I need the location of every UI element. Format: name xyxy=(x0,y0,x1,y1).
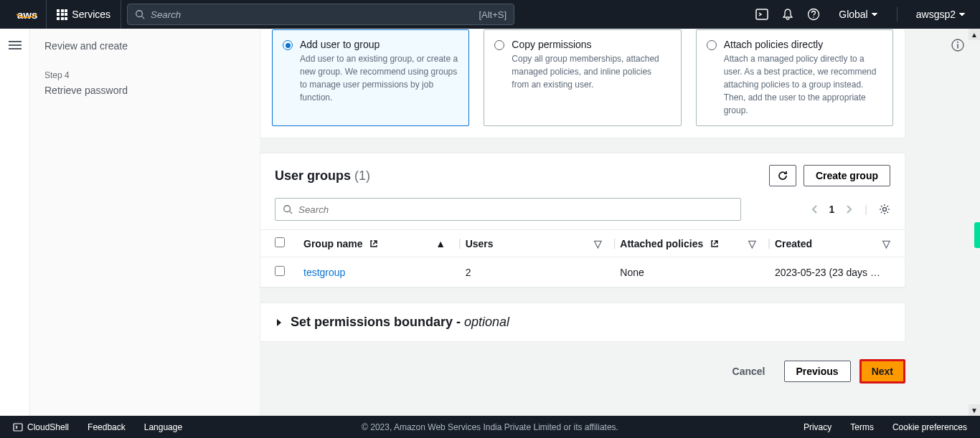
hamburger-icon[interactable] xyxy=(9,39,22,416)
search-icon xyxy=(283,204,293,214)
svg-point-4 xyxy=(813,16,814,18)
col-users[interactable]: Users ▽ xyxy=(466,237,609,249)
option-add-to-group[interactable]: Add user to group Add user to an existin… xyxy=(272,29,469,126)
dropdown-icon: ▽ xyxy=(748,238,756,249)
wizard-nav: Cancel Previous Next xyxy=(260,359,905,384)
aws-logo[interactable]: aws xyxy=(9,9,46,21)
groups-table: Group name ▲ | Users ▽ | Attached polici… xyxy=(260,229,905,287)
option-title: Add user to group xyxy=(300,39,458,50)
wizard-sidebar: Review and create Step 4 Retrieve passwo… xyxy=(30,29,260,416)
terms-link[interactable]: Terms xyxy=(850,422,874,432)
scroll-down-indicator[interactable]: ▼ xyxy=(969,404,980,416)
next-button[interactable]: Next xyxy=(859,359,905,384)
scroll-up-indicator[interactable]: ▲ xyxy=(969,29,980,40)
cell-users: 2 xyxy=(466,266,609,278)
sort-asc-icon: ▲ xyxy=(435,238,446,249)
option-desc: Attach a managed policy directly to a us… xyxy=(724,52,882,117)
global-search[interactable]: [Alt+S] xyxy=(127,4,514,25)
feedback-link[interactable]: Feedback xyxy=(88,422,126,432)
radio-icon xyxy=(283,40,293,50)
main-content: Add user to group Add user to an existin… xyxy=(260,29,913,416)
cell-policies: None xyxy=(620,266,763,278)
table-row: testgroup | 2 | None | 2023-05-23 (23 da… xyxy=(260,257,905,287)
radio-icon xyxy=(707,40,717,50)
grid-icon xyxy=(57,9,67,20)
external-link-icon xyxy=(369,239,378,248)
chevron-down-icon xyxy=(958,12,966,16)
svg-rect-10 xyxy=(957,44,958,49)
services-button[interactable]: Services xyxy=(46,0,121,29)
svg-line-6 xyxy=(290,211,293,214)
refresh-button[interactable] xyxy=(769,165,796,186)
page-number: 1 xyxy=(829,204,835,215)
account-selector[interactable]: awsgsp2 xyxy=(910,9,971,20)
user-groups-panel: User groups (1) Create group xyxy=(260,153,905,288)
page-next[interactable] xyxy=(846,204,853,214)
dropdown-icon: ▽ xyxy=(882,238,890,249)
option-title: Attach policies directly xyxy=(724,39,882,50)
option-desc: Add user to an existing group, or create… xyxy=(300,52,458,104)
sidebar-item-retrieve[interactable]: Step 4 Retrieve password xyxy=(44,70,245,96)
gear-icon xyxy=(879,204,890,215)
svg-point-0 xyxy=(136,11,143,17)
col-policies[interactable]: Attached policies ▽ xyxy=(620,237,763,249)
option-attach-policies[interactable]: Attach policies directly Attach a manage… xyxy=(696,29,893,126)
svg-line-1 xyxy=(142,16,145,19)
feedback-tab[interactable] xyxy=(974,222,980,248)
refresh-icon xyxy=(777,170,788,181)
permissions-boundary-title: Set permissions boundary - optional xyxy=(291,315,509,330)
groups-filter-input[interactable] xyxy=(298,204,733,215)
chevron-down-icon xyxy=(871,12,878,16)
previous-button[interactable]: Previous xyxy=(784,361,851,382)
help-icon[interactable] xyxy=(807,8,820,21)
sidebar-item-review[interactable]: Review and create xyxy=(44,40,245,52)
col-group-name[interactable]: Group name ▲ xyxy=(303,237,454,249)
notifications-icon[interactable] xyxy=(781,8,794,21)
privacy-link[interactable]: Privacy xyxy=(804,422,831,432)
cell-created: 2023-05-23 (23 days … xyxy=(775,266,890,278)
page-prev[interactable] xyxy=(811,204,818,214)
search-icon xyxy=(135,9,145,19)
table-header: Group name ▲ | Users ▽ | Attached polici… xyxy=(260,229,905,257)
svg-rect-11 xyxy=(14,424,22,431)
search-shortcut: [Alt+S] xyxy=(479,9,507,20)
user-groups-title: User groups (1) xyxy=(275,168,370,184)
permissions-boundary-panel[interactable]: Set permissions boundary - optional xyxy=(260,303,905,342)
row-checkbox[interactable] xyxy=(275,266,285,276)
paginator: 1 | xyxy=(811,204,890,215)
option-title: Copy permissions xyxy=(512,39,670,50)
chevron-right-icon xyxy=(275,318,283,327)
external-link-icon xyxy=(710,239,719,248)
create-group-button[interactable]: Create group xyxy=(804,165,890,186)
step-label: Step 4 xyxy=(44,70,245,80)
groups-filter[interactable] xyxy=(275,198,741,221)
col-created[interactable]: Created ▽ xyxy=(775,237,890,249)
cloudshell-icon[interactable] xyxy=(755,8,768,21)
search-input[interactable] xyxy=(151,9,479,20)
cookie-link[interactable]: Cookie preferences xyxy=(892,422,967,432)
global-header: aws Services [Alt+S] Global awsgsp2 xyxy=(0,0,980,29)
dropdown-icon: ▽ xyxy=(594,238,602,249)
settings-button[interactable] xyxy=(879,204,890,215)
copyright: © 2023, Amazon Web Services India Privat… xyxy=(362,422,618,432)
region-selector[interactable]: Global xyxy=(833,9,883,20)
cloudshell-link[interactable]: CloudShell xyxy=(13,422,69,432)
option-copy-permissions[interactable]: Copy permissions Copy all group membersh… xyxy=(484,29,681,126)
option-desc: Copy all group memberships, attached man… xyxy=(512,52,670,91)
nav-toggle-gutter xyxy=(0,29,30,416)
svg-point-5 xyxy=(284,206,291,212)
global-footer: CloudShell Feedback Language © 2023, Ama… xyxy=(0,416,980,438)
select-all-checkbox[interactable] xyxy=(275,237,285,247)
info-panel-toggle[interactable] xyxy=(951,39,964,52)
radio-icon xyxy=(494,40,504,50)
cancel-button[interactable]: Cancel xyxy=(722,360,776,383)
language-link[interactable]: Language xyxy=(144,422,182,432)
permission-options-panel: Add user to group Add user to an existin… xyxy=(260,29,905,138)
svg-point-9 xyxy=(957,42,958,43)
group-name-link[interactable]: testgroup xyxy=(303,267,345,278)
svg-point-7 xyxy=(883,208,887,211)
